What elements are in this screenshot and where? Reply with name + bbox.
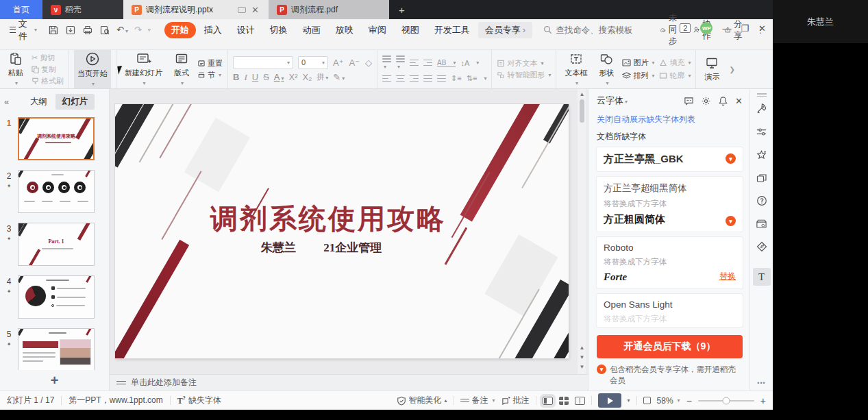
gear-icon[interactable] (701, 96, 711, 106)
tab-outline[interactable]: 大纲 (23, 94, 54, 110)
font-card[interactable]: Open Sans Light 将替换成下方字体 (597, 294, 743, 327)
menu-tab-design[interactable]: 设计 (230, 22, 262, 38)
copy-button[interactable]: 复制 (32, 64, 64, 75)
paragraph-spacing-icon[interactable]: ⇅≡ (467, 74, 487, 83)
fit-slide-icon[interactable] (643, 397, 651, 404)
properties-icon[interactable] (756, 127, 767, 137)
phonetic-guide-button[interactable]: 拼 (317, 72, 328, 82)
help-icon[interactable] (756, 195, 767, 206)
bell-icon[interactable] (718, 96, 728, 106)
search-input[interactable] (556, 25, 658, 35)
scroll-down-icon[interactable]: ▼ (580, 364, 585, 370)
notes-bar[interactable]: 单击此处添加备注 (110, 374, 588, 391)
notes-toggle-button[interactable]: 备注 (460, 395, 495, 406)
numbering-icon[interactable] (396, 55, 405, 70)
increase-indent-icon[interactable] (423, 60, 432, 66)
reading-view-button[interactable] (575, 397, 585, 405)
shapes-button[interactable]: 形状 (595, 50, 617, 88)
align-left-icon[interactable] (382, 75, 391, 82)
play-from-current-button[interactable]: 当页开始 (74, 49, 111, 89)
slide-thumbnail-5[interactable] (18, 328, 95, 370)
reset-button[interactable]: 重置 (197, 58, 223, 69)
docer-download-badge[interactable]: ▾ (726, 216, 736, 226)
slide-title[interactable]: 调剂系统使用攻略 (115, 200, 541, 238)
font-card[interactable]: 方正兰亭黑_GBK ▾ (597, 147, 743, 171)
grow-font-button[interactable]: A⁺ (333, 58, 344, 68)
scrollbar-thumb[interactable] (580, 99, 584, 123)
font-size-combo[interactable]: 0 (298, 56, 328, 69)
zoom-out-button[interactable]: − (686, 395, 692, 406)
comments-button[interactable]: 批注 (501, 395, 530, 406)
menu-tab-animation[interactable]: 动画 (296, 22, 327, 38)
slide-sorter-view-button[interactable] (559, 397, 569, 405)
align-center-icon[interactable] (396, 75, 405, 82)
fill-button[interactable]: 填充 (659, 58, 691, 68)
align-right-icon[interactable] (410, 75, 419, 82)
font-color-button[interactable]: A (274, 72, 284, 82)
present-button[interactable]: 演示 (701, 54, 723, 84)
user-avatar[interactable]: WP (700, 22, 712, 34)
panel-drag-handle[interactable] (757, 93, 767, 97)
play-options-caret[interactable]: ▾ (628, 397, 630, 404)
slide-thumbnail-1[interactable]: 调剂系统使用攻略 (18, 117, 95, 160)
highlight-button[interactable]: ✎ (333, 72, 345, 82)
italic-button[interactable]: I (244, 72, 247, 83)
zoom-in-button[interactable]: + (760, 395, 766, 406)
sync-status[interactable]: 未同步 (660, 12, 682, 47)
font-name-combo[interactable] (233, 56, 293, 69)
new-slide-button[interactable]: 新建幻灯片 (121, 50, 166, 88)
close-button[interactable]: ✕ (758, 23, 766, 34)
save-icon[interactable] (48, 25, 59, 36)
normal-view-button[interactable] (543, 397, 553, 405)
more-tools-icon[interactable]: ••• (757, 380, 765, 386)
decrease-indent-icon[interactable] (410, 60, 419, 66)
docer-download-badge[interactable]: ▾ (726, 153, 736, 164)
menu-tab-slideshow[interactable]: 放映 (329, 22, 360, 38)
smart-graphic-button[interactable]: 转智能图形 (497, 70, 551, 80)
zoom-level[interactable]: 58% (657, 396, 680, 406)
panel-title[interactable]: 云字体 (597, 95, 628, 107)
menu-tab-review[interactable]: 审阅 (362, 22, 393, 38)
toggle-missing-fonts-link[interactable]: 关闭自动展示缺失字体列表 (597, 114, 743, 125)
outline-button[interactable]: 轮廓 (659, 71, 691, 81)
scroll-up-icon[interactable]: ▲ (580, 89, 585, 99)
minimize-button[interactable]: — (722, 23, 731, 34)
ribbon-overflow-icon[interactable]: ❯ (728, 66, 736, 73)
beautify-star-icon[interactable] (756, 149, 767, 161)
menu-tab-insert[interactable]: 插入 (197, 22, 229, 38)
close-panel-icon[interactable]: ✕ (735, 96, 743, 106)
print-preview-icon[interactable] (99, 25, 110, 36)
next-slide-icon[interactable]: ▼ (580, 354, 585, 360)
vip-download-button[interactable]: 开通会员后下载（9） (597, 335, 743, 358)
add-slide-button[interactable]: + (0, 370, 109, 391)
duplicate-window-icon[interactable] (756, 173, 767, 183)
menu-tab-vip[interactable]: 会员专享 (478, 22, 532, 38)
replace-font-link[interactable]: 替换 (719, 271, 736, 282)
text-box-button[interactable]: 文本框 (561, 50, 591, 88)
prev-slide-icon[interactable]: ▲ (580, 345, 585, 351)
slide-thumbnail-2[interactable] (18, 170, 95, 213)
slide-thumbnail-3[interactable]: Part. 1 (18, 223, 95, 266)
menu-tab-view[interactable]: 视图 (395, 22, 426, 38)
font-card[interactable]: Roboto 将替换成下方字体 Forte 替换 (597, 237, 743, 288)
print-icon[interactable] (82, 25, 93, 36)
quick-tools-icon[interactable] (756, 103, 767, 114)
zoom-slider-thumb[interactable] (722, 397, 730, 404)
file-menu[interactable]: 文件 (5, 16, 41, 44)
superscript-button[interactable]: X² (288, 72, 297, 82)
line-spacing-icon[interactable]: ⇕≡ (451, 74, 462, 83)
undo-icon[interactable]: ↶ (116, 25, 128, 35)
smart-beautify-button[interactable]: 智能美化 ▴ (397, 395, 447, 406)
layout-button[interactable]: 版式 (171, 50, 193, 88)
paste-button[interactable]: 粘贴 (5, 50, 27, 88)
clear-format-icon[interactable]: ◇ (365, 58, 372, 68)
missing-font-status[interactable]: T? 缺失字体 (177, 395, 221, 406)
window-count-badge[interactable]: 2 (680, 23, 691, 33)
picture-button[interactable]: 图片 (622, 58, 654, 68)
shrink-font-button[interactable]: A⁻ (349, 58, 360, 68)
docer-mall-icon[interactable] (756, 219, 767, 229)
cut-button[interactable]: ✂剪切 (32, 53, 64, 63)
quick-access-expand-icon[interactable]: ▿ (148, 27, 151, 33)
redo-icon[interactable]: ↷ (134, 25, 142, 35)
section-button[interactable]: 节 (197, 70, 223, 80)
